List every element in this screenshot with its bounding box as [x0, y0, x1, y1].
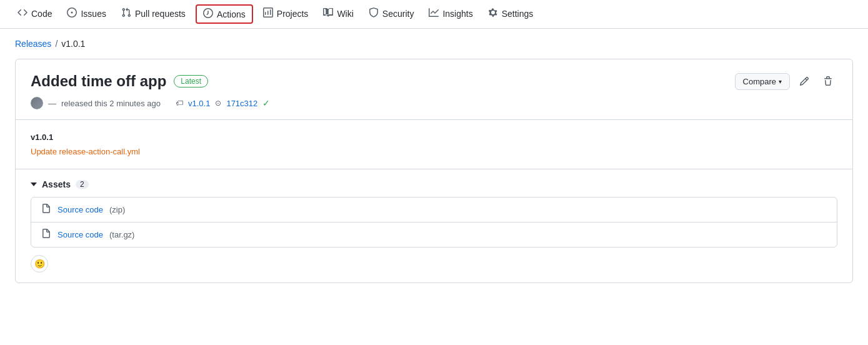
release-title-row: Added time off app Latest Compare ▾	[31, 72, 837, 91]
asset-file-icon-1	[41, 204, 51, 216]
emoji-icon: 🙂	[34, 259, 45, 269]
commit-icon: ⊙	[215, 99, 221, 108]
main-content: Added time off app Latest Compare ▾	[0, 54, 868, 298]
release-title: Added time off app	[31, 72, 166, 90]
breadcrumb-parent[interactable]: Releases	[15, 39, 51, 49]
nav-issues-label: Issues	[81, 9, 106, 19]
projects-icon	[263, 8, 273, 19]
nav-projects-label: Projects	[277, 9, 309, 19]
insights-icon	[429, 8, 439, 19]
wiki-icon	[323, 8, 333, 19]
nav-security-label: Security	[382, 9, 414, 19]
compare-label: Compare	[743, 77, 776, 86]
release-version: v1.0.1	[31, 132, 837, 142]
asset-link-1[interactable]: Source code	[57, 205, 103, 214]
top-nav: Code Issues Pull requests Actions Projec…	[0, 0, 868, 29]
nav-insights-label: Insights	[442, 9, 472, 19]
delete-button[interactable]	[819, 72, 837, 91]
pr-icon	[121, 8, 131, 19]
breadcrumb-current: v1.0.1	[61, 39, 85, 49]
avatar	[31, 97, 43, 109]
assets-toggle-icon[interactable]	[31, 182, 37, 186]
edit-button[interactable]	[795, 72, 814, 91]
asset-link-2[interactable]: Source code	[57, 230, 103, 239]
compare-chevron-icon: ▾	[779, 78, 782, 85]
release-actions: Compare ▾	[735, 72, 837, 91]
release-header: Added time off app Latest Compare ▾	[16, 59, 852, 120]
asset-label-1: Source code	[57, 205, 103, 214]
latest-badge: Latest	[174, 75, 208, 88]
tag-icon: 🏷	[176, 99, 183, 108]
tag-link[interactable]: v1.0.1	[188, 99, 210, 108]
nav-wiki[interactable]: Wiki	[316, 0, 361, 29]
nav-actions[interactable]: Actions	[196, 4, 253, 24]
edit-icon	[799, 76, 809, 86]
assets-heading: Assets	[42, 179, 71, 189]
nav-actions-label: Actions	[217, 9, 246, 19]
release-meta: — released this 2 minutes ago 🏷 v1.0.1 ⊙…	[31, 97, 837, 109]
triangle-down-icon	[31, 182, 37, 186]
asset-file-icon-2	[41, 229, 51, 241]
trash-icon	[823, 76, 833, 86]
asset-item-2: Source code (tar.gz)	[31, 222, 837, 247]
breadcrumb: Releases / v1.0.1	[0, 29, 868, 54]
asset-label-2: Source code	[57, 230, 103, 239]
nav-wiki-label: Wiki	[337, 9, 353, 19]
nav-settings-label: Settings	[502, 9, 534, 19]
check-icon: ✓	[262, 98, 270, 108]
nav-pull-requests[interactable]: Pull requests	[114, 0, 193, 29]
nav-security[interactable]: Security	[361, 0, 422, 29]
nav-projects[interactable]: Projects	[256, 0, 316, 29]
assets-header: Assets 2	[31, 179, 837, 189]
asset-format-2: (tar.gz)	[109, 230, 134, 239]
breadcrumb-separator: /	[55, 39, 57, 49]
released-text: released this 2 minutes ago	[61, 99, 161, 108]
nav-settings[interactable]: Settings	[481, 0, 541, 29]
code-icon	[17, 8, 27, 19]
actions-icon	[203, 8, 213, 20]
nav-insights[interactable]: Insights	[421, 0, 480, 29]
settings-icon	[488, 8, 498, 19]
nav-code[interactable]: Code	[10, 0, 59, 29]
asset-item: Source code (zip)	[31, 198, 837, 222]
nav-issues[interactable]: Issues	[59, 0, 113, 29]
author-name: —	[48, 99, 56, 108]
commit-link[interactable]: 171c312	[226, 99, 257, 108]
security-icon	[369, 8, 379, 19]
release-notes: Update release-action-call.yml	[31, 147, 837, 156]
release-body: v1.0.1 Update release-action-call.yml	[16, 120, 852, 169]
assets-list: Source code (zip) Source code (tar.gz)	[31, 197, 837, 248]
nav-pr-label: Pull requests	[135, 9, 186, 19]
release-card: Added time off app Latest Compare ▾	[15, 59, 853, 283]
asset-format-1: (zip)	[109, 205, 125, 214]
assets-section: Assets 2 Source code (zip)	[16, 169, 852, 282]
nav-code-label: Code	[31, 9, 52, 19]
compare-button[interactable]: Compare ▾	[735, 73, 790, 90]
emoji-reaction-button[interactable]: 🙂	[31, 255, 48, 272]
issues-icon	[67, 8, 77, 19]
assets-count: 2	[76, 180, 89, 189]
release-title-left: Added time off app Latest	[31, 72, 208, 90]
